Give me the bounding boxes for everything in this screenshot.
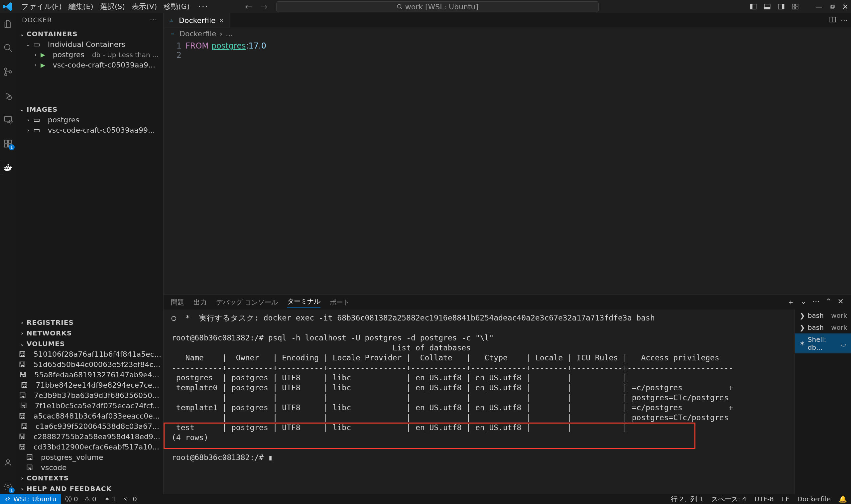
source-control-icon[interactable] bbox=[1, 65, 15, 79]
volume-item[interactable]: 🖫 a5cac88481b3c64af033eeacc0e... bbox=[16, 411, 163, 421]
code-content[interactable]: FROM postgres:17.0 bbox=[185, 39, 266, 294]
svg-point-28 bbox=[7, 486, 9, 488]
volume-item[interactable]: 🖫 vscode bbox=[16, 463, 163, 473]
layout-sidebar-left-icon[interactable] bbox=[750, 3, 757, 10]
settings-gear-icon[interactable]: 1 bbox=[1, 480, 15, 494]
volume-icon: 🖫 bbox=[21, 422, 28, 431]
warning-icon: ⚠ bbox=[84, 495, 90, 503]
new-terminal-icon[interactable]: ＋ bbox=[787, 297, 795, 307]
volume-item[interactable]: 🖫 71bbe842ee14df9e8294ece7ce... bbox=[16, 380, 163, 390]
status-cursor[interactable]: 行 2、列 1 bbox=[667, 495, 707, 504]
code-editor[interactable]: 12 FROM postgres:17.0 bbox=[164, 39, 851, 294]
layout-sidebar-right-icon[interactable] bbox=[778, 3, 784, 10]
window-close-icon[interactable]: ✕ bbox=[843, 3, 848, 11]
status-indent[interactable]: スペース: 4 bbox=[707, 495, 750, 504]
registries-heading[interactable]: ›REGISTRIES bbox=[16, 317, 163, 328]
svg-point-17 bbox=[5, 73, 7, 76]
menu-select[interactable]: 選択(S) bbox=[97, 0, 128, 13]
volume-item[interactable]: 🖫 cd33bd12900ecfac6eabf517a10... bbox=[16, 442, 163, 452]
docker-file-icon bbox=[169, 17, 176, 24]
terminal-item[interactable]: ❯bash work bbox=[795, 309, 851, 322]
layout-customize-icon[interactable] bbox=[792, 3, 798, 10]
status-bell-icon[interactable]: 🔔 bbox=[835, 495, 851, 503]
command-center[interactable]: work [WSL: Ubuntu] bbox=[276, 1, 599, 12]
extensions-icon[interactable]: 1 bbox=[1, 136, 15, 151]
menu-edit[interactable]: 編集(E) bbox=[65, 0, 97, 13]
individual-containers-node[interactable]: ⌄▭ Individual Containers bbox=[16, 39, 163, 50]
tab-dockerfile[interactable]: Dockerfile ✕ bbox=[164, 13, 230, 28]
editor-more-icon[interactable]: ··· bbox=[841, 16, 848, 24]
volume-item[interactable]: 🖫 55a8fedaa681913276147ab9e4... bbox=[16, 370, 163, 380]
status-encoding[interactable]: UTF-8 bbox=[750, 495, 778, 503]
panel-tab-debug[interactable]: デバッグ コンソール bbox=[216, 298, 278, 307]
contexts-heading[interactable]: ›CONTEXTS bbox=[16, 473, 163, 483]
status-broadcast[interactable]: ᯤ0 bbox=[120, 495, 141, 503]
panel-close-icon[interactable]: ✕ bbox=[838, 297, 844, 307]
status-problems[interactable]: ⓧ0 ⚠0 bbox=[61, 495, 101, 504]
image-item[interactable]: ›▭ postgres bbox=[16, 115, 163, 125]
menu-more-icon[interactable]: ··· bbox=[195, 0, 212, 13]
status-ports[interactable]: ✶1 bbox=[101, 495, 120, 503]
containers-heading[interactable]: ⌄CONTAINERS bbox=[16, 29, 163, 39]
docker-icon[interactable] bbox=[1, 160, 15, 175]
breadcrumb-item[interactable]: Dockerfile bbox=[180, 30, 216, 38]
svg-line-15 bbox=[10, 50, 12, 52]
volume-item[interactable]: 🖫 51d65d50b44c00063e5f23ef84c... bbox=[16, 359, 163, 370]
close-tab-icon[interactable]: ✕ bbox=[219, 17, 224, 24]
remote-indicator[interactable]: WSL: Ubuntu bbox=[0, 494, 61, 504]
window-minimize-icon[interactable]: — bbox=[816, 3, 822, 11]
volume-item[interactable]: 🖫 c28882755b2a58ea958d418ed9... bbox=[16, 432, 163, 442]
terminal-item[interactable]: ✶Shell: db... ◡ bbox=[795, 334, 851, 354]
svg-point-14 bbox=[5, 44, 10, 50]
volume-item[interactable]: 🖫 postgres_volume bbox=[16, 452, 163, 463]
search-icon[interactable] bbox=[1, 40, 15, 55]
nav-back-icon[interactable]: ← bbox=[245, 2, 252, 12]
status-eol[interactable]: LF bbox=[778, 495, 794, 503]
volume-item[interactable]: 🖫 510106f28a76af11b6f4f841a5ec... bbox=[16, 349, 163, 359]
breadcrumbs[interactable]: Dockerfile › ... bbox=[164, 28, 851, 39]
volume-item[interactable]: 🖫 c1a6c939f520064538d8c03a67... bbox=[16, 421, 163, 432]
panel-more-icon[interactable]: ··· bbox=[812, 297, 819, 307]
menu-go[interactable]: 移動(G) bbox=[160, 0, 193, 13]
images-heading[interactable]: ⌄IMAGES bbox=[16, 104, 163, 115]
help-heading[interactable]: ›HELP AND FEEDBACK bbox=[16, 483, 163, 494]
split-editor-icon[interactable] bbox=[829, 16, 836, 24]
docker-sidebar: DOCKER ··· ⌄CONTAINERS ⌄▭ Individual Con… bbox=[16, 13, 164, 494]
window-restore-icon[interactable] bbox=[830, 4, 835, 9]
terminal-output[interactable]: ◯ * 実行するタスク: docker exec -it 68b36c08138… bbox=[164, 309, 795, 494]
volumes-heading[interactable]: ⌄VOLUMES bbox=[16, 339, 163, 349]
svg-point-0 bbox=[397, 4, 401, 8]
container-item[interactable]: ›▶ vsc-code-craft-c05039aa9... bbox=[16, 60, 163, 70]
remote-explorer-icon[interactable] bbox=[1, 112, 15, 127]
status-language[interactable]: Dockerfile bbox=[794, 495, 835, 503]
bash-icon: ❯ bbox=[799, 323, 805, 331]
panel-tab-ports[interactable]: ポート bbox=[330, 298, 350, 307]
networks-heading[interactable]: ›NETWORKS bbox=[16, 328, 163, 339]
sidebar-more-icon[interactable]: ··· bbox=[150, 16, 157, 24]
image-item[interactable]: ›▭ vsc-code-craft-c05039aa99... bbox=[16, 125, 163, 135]
volume-item[interactable]: 🖫 7f1e1b0c5ca5e7df075ecac74fcf... bbox=[16, 401, 163, 411]
breadcrumb-tail: ... bbox=[226, 30, 233, 38]
accounts-icon[interactable] bbox=[1, 455, 15, 470]
run-debug-icon[interactable] bbox=[1, 88, 15, 103]
panel-tab-problems[interactable]: 問題 bbox=[171, 298, 184, 307]
menu-file[interactable]: ファイル(F) bbox=[18, 0, 65, 13]
bash-icon: ❯ bbox=[799, 311, 805, 320]
terminal-split-chevron-icon[interactable]: ⌄ bbox=[800, 297, 807, 307]
menu-view[interactable]: 表示(V) bbox=[128, 0, 160, 13]
layout-panel-icon[interactable] bbox=[764, 3, 771, 10]
svg-rect-5 bbox=[764, 7, 770, 9]
container-item[interactable]: ›▶ postgres db - Up Less than ... bbox=[16, 50, 163, 60]
nav-history: ← → bbox=[245, 2, 268, 12]
explorer-icon[interactable] bbox=[1, 17, 15, 31]
ports-icon: ✶ bbox=[104, 495, 110, 503]
nav-forward-icon[interactable]: → bbox=[260, 2, 268, 12]
volume-item[interactable]: 🖫 7e3b9b37ba63a9d3f686356050... bbox=[16, 390, 163, 401]
svg-rect-3 bbox=[750, 4, 752, 9]
panel-tab-terminal[interactable]: ターミナル bbox=[287, 297, 321, 307]
spinner-icon: ◡ bbox=[841, 339, 846, 347]
terminal-item[interactable]: ❯bash work bbox=[795, 322, 851, 334]
broadcast-icon: ᯤ bbox=[124, 495, 131, 503]
panel-tab-output[interactable]: 出力 bbox=[194, 298, 207, 307]
panel-maximize-icon[interactable]: ⌃ bbox=[826, 297, 831, 307]
